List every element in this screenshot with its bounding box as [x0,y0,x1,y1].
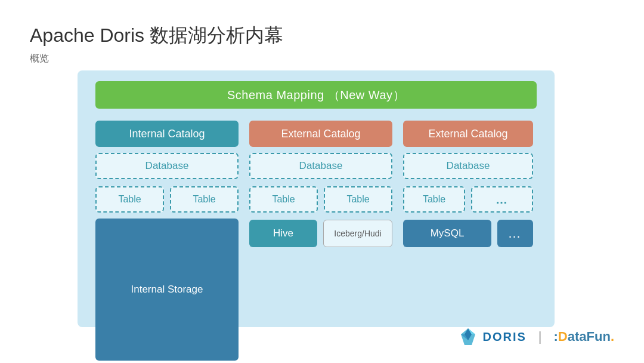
doris-text: DORIS [482,330,526,344]
internal-storage-box: Internal Storage [95,219,239,361]
mysql-storage-box: MySQL [403,220,491,247]
external1-table-1: Table [249,186,318,213]
internal-tables-row: Table Table [95,186,239,213]
page-title: Apache Doris 数据湖分析内幕 [30,23,283,49]
internal-column: Internal Catalog Database Table Table In… [95,121,239,361]
logo-area: DORIS | :DataFun. [459,327,614,346]
external1-storage-row: Hive Iceberg/Hudi [249,220,392,247]
external2-column: External Catalog Database Table … MySQL … [403,121,533,361]
internal-database-box: Database [95,153,239,179]
logo-divider: | [538,329,542,344]
external2-table-1: Table [403,186,465,213]
columns-wrapper: Internal Catalog Database Table Table In… [89,121,543,361]
external1-tables-row: Table Table [249,186,392,213]
schema-mapping-label: Schema Mapping （New Way） [227,87,405,103]
external2-database-box: Database [403,153,533,179]
main-diagram: Schema Mapping （New Way） Internal Catalo… [78,70,555,327]
hive-storage-box: Hive [249,220,317,247]
schema-mapping-bar: Schema Mapping （New Way） [95,81,537,109]
external2-table-ellipsis: … [471,186,533,213]
external2-tables-row: Table … [403,186,533,213]
external2-storage-row: MySQL … [403,220,533,247]
datafun-text: :DataFun. [554,329,614,344]
internal-table-2: Table [170,186,239,213]
page-subtitle: 概览 [30,53,49,65]
external2-catalog-label: External Catalog [403,121,533,147]
external2-storage-ellipsis: … [497,220,533,247]
external1-catalog-label: External Catalog [249,121,392,147]
internal-table-1: Table [95,186,164,213]
doris-diamond-icon [459,327,478,346]
external1-database-box: Database [249,153,392,179]
external1-table-2: Table [324,186,392,213]
external1-column: External Catalog Database Table Table Hi… [249,121,392,361]
iceberg-storage-box: Iceberg/Hudi [323,220,392,247]
internal-catalog-label: Internal Catalog [95,121,239,147]
doris-logo: DORIS [459,327,526,346]
